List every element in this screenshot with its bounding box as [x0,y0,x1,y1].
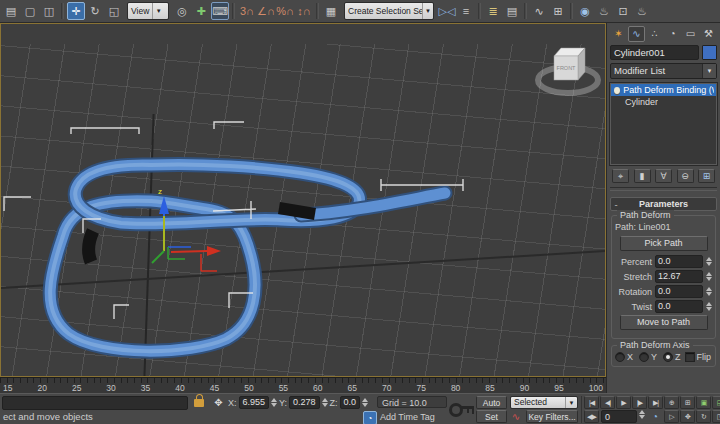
axis-radio[interactable]: Y [639,352,657,362]
object-color-swatch[interactable] [702,45,717,60]
gizmo-x-arrow[interactable] [207,246,221,256]
parameter-value-field[interactable]: 0.0 [655,300,703,313]
mirror-button[interactable]: ▷◁ [438,2,456,20]
coordinate-input[interactable]: 0.278 [289,396,320,409]
tab-motion[interactable]: ◔ [664,26,681,42]
axis-radio[interactable]: Z [663,352,681,362]
toolbar-divider[interactable] [232,3,235,19]
window-crossing-toggle[interactable]: ◫ [40,2,58,20]
maximize-viewport-toggle[interactable]: ◳ [712,410,720,423]
go-to-start-button[interactable]: |◀ [584,396,599,409]
next-frame-button[interactable]: |▶ [632,396,647,409]
viewcube-front-face-label[interactable]: FRONT [557,65,577,71]
go-to-end-button[interactable]: ▶| [648,396,663,409]
zoom-button[interactable]: ⊕ [664,396,679,409]
snaps-toggle-3d-button[interactable]: 3∩ [238,2,256,20]
use-pivot-point-center-button[interactable]: ◎ [173,2,191,20]
time-tag-icon[interactable]: ◔ [363,411,377,424]
tab-utilities[interactable]: ⚒ [700,26,717,42]
viewcube[interactable]: FRONT [538,48,598,93]
time-configuration-button[interactable]: ◔ [648,410,662,423]
render-setup-button[interactable]: ♨ [595,2,613,20]
reference-coordinate-dropdown[interactable]: View ▼ [127,2,169,20]
add-time-tag-button[interactable]: Add Time Tag [380,412,435,422]
rectangular-selection-region-button[interactable]: ▢ [21,2,39,20]
parameter-value-field[interactable]: 12.67 [655,270,703,283]
align-button[interactable]: ≡ [457,2,475,20]
orbit-button[interactable]: ↻ [696,410,711,423]
tab-display[interactable]: ▭ [682,26,699,42]
modifier-enabled-bulb-icon[interactable] [614,87,620,94]
toolbar-divider[interactable] [316,3,319,19]
spinner-control[interactable] [706,272,712,281]
spinner-control[interactable] [271,398,277,407]
render-production-button[interactable]: ♨ [633,2,651,20]
zoom-extents-all-button[interactable]: ◱ [712,396,720,409]
play-button[interactable]: ▶ [616,396,631,409]
track-bar-ruler[interactable]: 1520253035404550556065707580859095100 [0,377,606,393]
pan-zoom-2d-button[interactable]: ▷ [664,410,679,423]
key-mode-toggle[interactable]: ◀▶ [584,410,599,423]
parameters-rollout-header[interactable]: - Parameters [610,197,717,211]
move-to-path-button[interactable]: Move to Path [620,315,708,330]
coordinate-input[interactable]: 0.0 [340,396,361,409]
toolbar-divider[interactable] [570,3,573,19]
selection-lock-icon[interactable] [194,399,204,407]
path-deformed-cylinder[interactable] [50,164,445,351]
default-tangent-icon[interactable]: ∿ [510,410,522,423]
spinner-control[interactable] [706,287,712,296]
current-frame-field[interactable]: 0 [601,410,637,423]
tab-create[interactable]: ✶ [610,26,627,42]
make-unique-button[interactable]: ∀ [655,169,672,183]
angle-snap-toggle[interactable]: ∠∩ [257,2,275,20]
parameter-value-field[interactable]: 0.0 [655,285,703,298]
axis-radio[interactable]: X [615,352,633,362]
scene-explorer-button[interactable]: ▤ [503,2,521,20]
select-and-move-button[interactable]: ✛ [67,2,85,20]
configure-modifier-sets-button[interactable]: ⊞ [698,169,715,183]
modifier-list-dropdown[interactable]: Modifier List ▼ [610,63,717,79]
gizmo-y-axis[interactable] [152,251,164,263]
curve-editor-button[interactable]: ∿ [530,2,548,20]
auto-key-button[interactable]: Auto Key [476,396,507,409]
key-filters-button[interactable]: Key Filters... [526,410,578,423]
keyboard-shortcut-override-toggle[interactable]: ⌨ [211,2,229,20]
key-selection-dropdown[interactable]: Selected ▼ [510,396,578,409]
toolbar-divider[interactable] [478,3,481,19]
spinner-control[interactable] [639,410,645,419]
tab-hierarchy[interactable]: ∴ [646,26,663,42]
tab-modify[interactable]: ∿ [628,26,645,42]
set-key-button[interactable]: Set Key [476,410,507,423]
select-and-manipulate-button[interactable]: ✚ [192,2,210,20]
flip-checkbox[interactable]: Flip [685,352,712,362]
material-editor-button[interactable]: ◉ [576,2,594,20]
remove-modifier-button[interactable]: ⊖ [677,169,694,183]
spinner-control[interactable] [362,398,368,407]
select-and-scale-button[interactable]: ◱ [105,2,123,20]
zoom-extents-button[interactable]: ▣ [696,396,711,409]
pin-stack-button[interactable]: ⌖ [612,169,629,183]
object-name-field[interactable]: Cylinder001 [610,45,699,60]
select-by-name-button[interactable]: ▤ [2,2,20,20]
spinner-control[interactable] [706,302,712,311]
coordinate-input[interactable]: 6.955 [239,396,270,409]
edit-named-selection-sets-button[interactable]: ▦ [322,2,340,20]
spinner-snap-toggle[interactable]: ↕∩ [295,2,313,20]
zoom-all-button[interactable]: ⊞ [680,396,695,409]
manage-layers-button[interactable]: ≣ [484,2,502,20]
spinner-control[interactable] [322,398,328,407]
modifier-stack-row[interactable]: Cylinder [611,96,716,108]
spinner-control[interactable] [706,257,712,266]
perspective-viewport[interactable]: z FRONT [0,23,606,377]
toolbar-divider[interactable] [61,3,64,19]
absolute-mode-toggle-icon[interactable]: ✥ [211,396,226,409]
parameter-value-field[interactable]: 0.0 [655,255,703,268]
show-end-result-button[interactable]: ▮ [634,169,651,183]
modifier-stack-row[interactable]: Path Deform Binding (WS [611,84,716,96]
previous-frame-button[interactable]: ◀| [600,396,615,409]
toolbar-divider[interactable] [524,3,527,19]
named-selection-set-dropdown[interactable]: Create Selection Se ▼ [344,2,434,20]
set-key-icon[interactable] [449,401,475,415]
schematic-view-button[interactable]: ⊞ [549,2,567,20]
pan-view-button[interactable]: ✥ [680,410,695,423]
